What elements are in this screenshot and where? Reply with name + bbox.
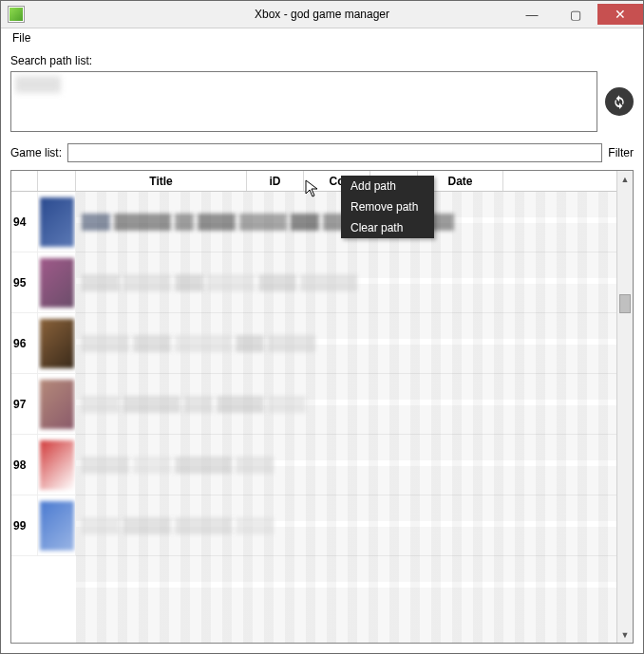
row-index: 95	[11, 252, 38, 312]
refresh-icon	[612, 94, 627, 109]
path-entry[interactable]	[15, 76, 61, 93]
row-thumb	[38, 192, 76, 252]
menubar: File	[1, 28, 643, 47]
th-title[interactable]: Title	[76, 171, 247, 191]
row-thumb	[38, 313, 76, 373]
row-index: 96	[11, 313, 38, 373]
app-window: Xbox - god game manager — ▢ ✕ File Searc…	[0, 0, 644, 654]
row-index: 97	[11, 374, 38, 434]
search-path-area	[10, 71, 634, 132]
row-index: 98	[11, 435, 38, 495]
row-thumb	[38, 495, 76, 555]
row-index: 99	[11, 495, 38, 555]
table-row[interactable]: 96	[11, 313, 616, 374]
table-row[interactable]: 97	[11, 374, 616, 435]
close-button[interactable]: ✕	[597, 4, 643, 25]
th-thumb[interactable]	[38, 171, 76, 191]
game-table: Title iD Co Date 94 95	[10, 170, 634, 644]
menu-remove-path[interactable]: Remove path	[341, 196, 434, 217]
table-header: Title iD Co Date	[11, 171, 616, 192]
table-row[interactable]: 95	[11, 252, 616, 313]
context-menu: Add path Remove path Clear path	[341, 176, 434, 238]
table-body: Title iD Co Date 94 95	[11, 171, 616, 643]
game-list-label: Game list:	[10, 146, 62, 159]
row-thumb	[38, 374, 76, 434]
row-thumb	[38, 252, 76, 312]
th-index[interactable]	[11, 171, 38, 191]
table-row[interactable]: 99	[11, 495, 616, 556]
vertical-scrollbar[interactable]: ▲ ▼	[616, 171, 633, 643]
maximize-button[interactable]: ▢	[554, 4, 597, 25]
menu-add-path[interactable]: Add path	[341, 176, 434, 196]
app-icon	[9, 7, 24, 22]
titlebar[interactable]: Xbox - god game manager — ▢ ✕	[1, 1, 643, 28]
filter-label: Filter	[608, 146, 634, 159]
table-row[interactable]: 98	[11, 435, 616, 495]
scroll-up-arrow-icon[interactable]: ▲	[617, 171, 633, 187]
scroll-thumb[interactable]	[619, 294, 631, 313]
row-index: 94	[11, 192, 38, 252]
scroll-down-arrow-icon[interactable]: ▼	[617, 626, 633, 643]
search-path-label: Search path list:	[10, 54, 634, 67]
window-controls: — ▢ ✕	[510, 4, 643, 25]
th-id[interactable]: iD	[247, 171, 304, 191]
menu-clear-path[interactable]: Clear path	[341, 217, 434, 238]
table-row[interactable]: 94	[11, 192, 616, 252]
search-path-list[interactable]	[10, 71, 597, 132]
game-list-row: Game list: Filter	[10, 143, 634, 162]
menu-file[interactable]: File	[7, 29, 36, 47]
table-rows: 94 95 96 97	[11, 192, 616, 556]
minimize-button[interactable]: —	[510, 4, 554, 25]
filter-input[interactable]	[67, 143, 602, 162]
row-thumb	[38, 435, 76, 495]
refresh-button[interactable]	[605, 87, 634, 116]
client-area: Search path list: Game list: Filter Titl	[1, 47, 643, 653]
